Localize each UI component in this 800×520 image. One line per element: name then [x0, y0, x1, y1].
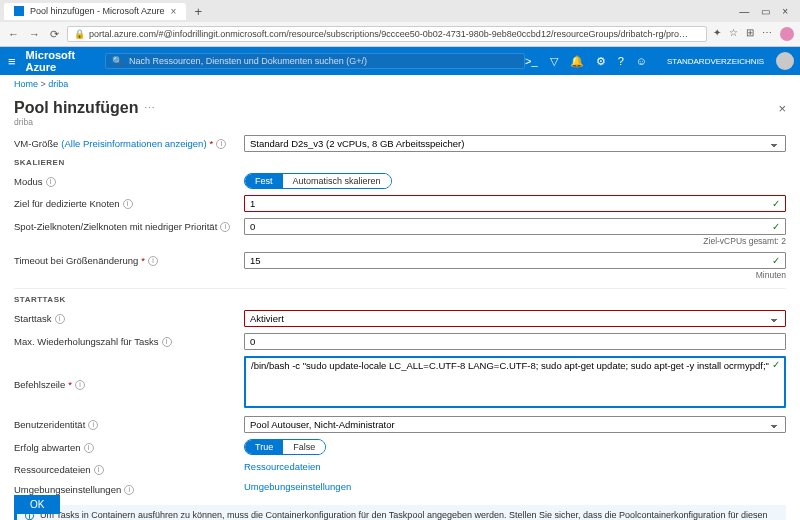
retry-label: Max. Wiederholungszahl für Tasksi: [14, 333, 244, 347]
address-row: ← → ⟳ 🔒 portal.azure.com/#@infodrillingi…: [0, 22, 800, 46]
breadcrumb-current[interactable]: driba: [48, 79, 68, 89]
directory-filter-icon[interactable]: ▽: [550, 55, 558, 68]
vm-size-pricing-link[interactable]: (Alle Preisinformationen anzeigen): [61, 138, 206, 149]
wait-true-option[interactable]: True: [245, 440, 283, 454]
user-avatar[interactable]: [776, 52, 794, 70]
user-identity-select[interactable]: Pool Autouser, Nicht-Administrator: [244, 416, 786, 433]
browser-chrome: Pool hinzufügen - Microsoft Azure × + — …: [0, 0, 800, 47]
info-icon[interactable]: i: [88, 420, 98, 430]
forward-icon[interactable]: →: [27, 28, 42, 40]
info-icon[interactable]: i: [162, 337, 172, 347]
form-grid: VM-Größe (Alle Preisinformationen anzeig…: [14, 135, 786, 520]
info-banner: ⓘ Um Tasks in Containern ausführen zu kö…: [14, 505, 786, 520]
collections-icon[interactable]: ⊞: [746, 27, 754, 41]
wait-false-option[interactable]: False: [283, 440, 325, 454]
info-icon[interactable]: i: [216, 139, 226, 149]
info-icon[interactable]: i: [148, 256, 158, 266]
wait-success-label: Erfolg abwarteni: [14, 439, 244, 453]
new-tab-button[interactable]: +: [186, 4, 210, 19]
search-placeholder: Nach Ressourcen, Diensten und Dokumenten…: [129, 56, 367, 66]
timeout-label: Timeout bei Größenänderung*i: [14, 252, 244, 266]
window-controls: — ▭ ×: [739, 6, 796, 17]
dedicated-label: Ziel für dedizierte Knoteni: [14, 195, 244, 209]
url-text: portal.azure.com/#@infodrillingit.onmicr…: [89, 29, 688, 39]
section-scale: SKALIEREN: [14, 158, 786, 167]
menu-icon[interactable]: ⋯: [762, 27, 772, 41]
cloud-shell-icon[interactable]: >_: [525, 55, 538, 67]
info-icon[interactable]: i: [220, 222, 230, 232]
timeout-hint: Minuten: [244, 270, 786, 280]
section-starttask: STARTTASK: [14, 288, 786, 304]
dedicated-input[interactable]: [244, 195, 786, 212]
tab-close-icon[interactable]: ×: [171, 6, 177, 17]
tab-favicon: [14, 6, 24, 16]
info-banner-text: Um Tasks in Containern ausführen zu könn…: [40, 510, 778, 520]
info-icon[interactable]: i: [84, 443, 94, 453]
wait-toggle[interactable]: True False: [244, 439, 326, 455]
global-search[interactable]: 🔍 Nach Ressourcen, Diensten und Dokument…: [105, 53, 525, 69]
mode-label: Modusi: [14, 173, 244, 187]
timeout-input[interactable]: [244, 252, 786, 269]
help-icon[interactable]: ?: [618, 55, 624, 67]
extension-icon[interactable]: ✦: [713, 27, 721, 41]
spot-label: Spot-Zielknoten/Zielknoten mit niedriger…: [14, 218, 244, 232]
info-icon[interactable]: i: [55, 314, 65, 324]
blade-panel: Pool hinzufügen ⋯ × driba VM-Größe (Alle…: [0, 93, 800, 520]
vm-size-select[interactable]: Standard D2s_v3 (2 vCPUs, 8 GB Arbeitssp…: [244, 135, 786, 152]
hamburger-icon[interactable]: ≡: [8, 54, 16, 69]
back-icon[interactable]: ←: [6, 28, 21, 40]
mode-fixed-option[interactable]: Fest: [245, 174, 283, 188]
starttask-label: Starttaski: [14, 310, 244, 324]
browser-toolbar-icons: ✦ ☆ ⊞ ⋯: [713, 27, 794, 41]
spot-input[interactable]: [244, 218, 786, 235]
cmd-label: Befehlszeile*i: [14, 376, 244, 390]
minimize-icon[interactable]: —: [739, 6, 749, 17]
mode-auto-option[interactable]: Automatisch skalieren: [283, 174, 391, 188]
notifications-icon[interactable]: 🔔: [570, 55, 584, 68]
lock-icon: 🔒: [74, 29, 85, 39]
info-icon[interactable]: i: [123, 199, 133, 209]
search-icon: 🔍: [112, 56, 123, 66]
mode-toggle[interactable]: Fest Automatisch skalieren: [244, 173, 392, 189]
maximize-icon[interactable]: ▭: [761, 6, 770, 17]
ok-button[interactable]: OK: [14, 495, 60, 514]
user-identity-label: Benutzeridentitäti: [14, 416, 244, 430]
favorite-icon[interactable]: ☆: [729, 27, 738, 41]
resource-files-label: Ressourcedateieni: [14, 461, 244, 475]
breadcrumb: Home > driba: [0, 75, 800, 93]
blade-subtitle: driba: [14, 117, 786, 127]
azure-toolbar: >_ ▽ 🔔 ⚙ ? ☺ STANDARDVERZEICHNIS: [525, 52, 794, 70]
resource-files-link[interactable]: Ressourcedateien: [244, 461, 321, 472]
vm-size-label: VM-Größe (Alle Preisinformationen anzeig…: [14, 135, 244, 149]
retry-input[interactable]: [244, 333, 786, 350]
tabs-row: Pool hinzufügen - Microsoft Azure × + — …: [0, 0, 800, 22]
vcpu-hint: Ziel-vCPUs gesamt: 2: [244, 236, 786, 246]
env-settings-label: Umgebungseinstellungeni: [14, 481, 244, 495]
cmd-textarea[interactable]: /bin/bash -c "sudo update-locale LC_ALL=…: [244, 356, 786, 408]
refresh-icon[interactable]: ⟳: [48, 28, 61, 41]
info-icon[interactable]: i: [75, 380, 85, 390]
azure-top-bar: ≡ Microsoft Azure 🔍 Nach Ressourcen, Die…: [0, 47, 800, 75]
blade-close-icon[interactable]: ×: [778, 101, 786, 116]
directory-label[interactable]: STANDARDVERZEICHNIS: [659, 57, 764, 66]
address-bar[interactable]: 🔒 portal.azure.com/#@infodrillingit.onmi…: [67, 26, 707, 42]
profile-icon[interactable]: [780, 27, 794, 41]
feedback-icon[interactable]: ☺: [636, 55, 647, 67]
breadcrumb-home[interactable]: Home: [14, 79, 38, 89]
env-settings-link[interactable]: Umgebungseinstellungen: [244, 481, 351, 492]
browser-tab[interactable]: Pool hinzufügen - Microsoft Azure ×: [4, 3, 186, 20]
starttask-select[interactable]: Aktiviert: [244, 310, 786, 327]
blade-title: Pool hinzufügen: [14, 99, 138, 117]
info-icon[interactable]: i: [94, 465, 104, 475]
azure-logo[interactable]: Microsoft Azure: [26, 49, 76, 73]
breadcrumb-sep: >: [38, 79, 48, 89]
info-icon[interactable]: i: [46, 177, 56, 187]
blade-more-icon[interactable]: ⋯: [144, 102, 155, 115]
tab-title: Pool hinzufügen - Microsoft Azure: [30, 6, 165, 16]
info-icon[interactable]: i: [124, 485, 134, 495]
settings-icon[interactable]: ⚙: [596, 55, 606, 68]
close-window-icon[interactable]: ×: [782, 6, 788, 17]
